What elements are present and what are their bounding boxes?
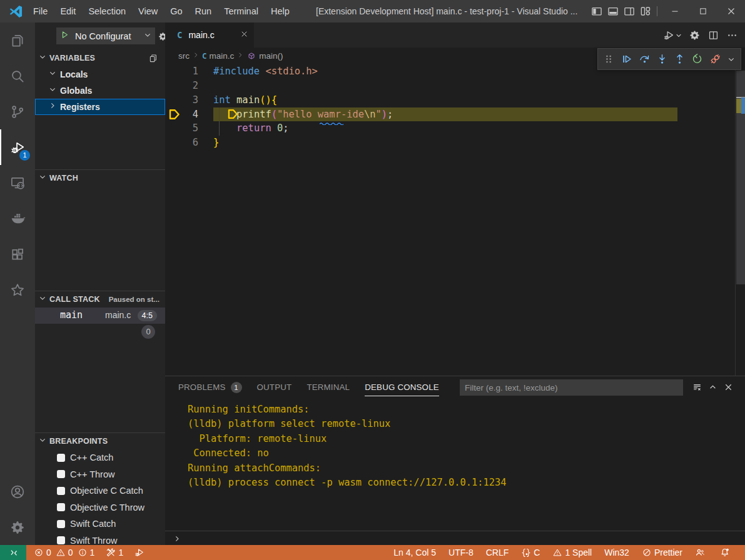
- remote-indicator[interactable]: [0, 545, 26, 560]
- thread-row[interactable]: 0: [35, 324, 165, 340]
- breakpoints-header[interactable]: BREAKPOINTS: [35, 433, 165, 449]
- customize-layout-button[interactable]: [637, 0, 654, 22]
- stack-frame-row[interactable]: main main.c 4:5: [35, 308, 165, 324]
- breakpoint-checkbox[interactable]: [57, 503, 65, 511]
- more-actions-button[interactable]: [722, 22, 741, 48]
- code-line-6[interactable]: 6}: [165, 136, 735, 150]
- close-panel-button[interactable]: [721, 376, 736, 398]
- watch-header[interactable]: WATCH: [35, 170, 165, 186]
- breakpoint-checkbox[interactable]: [57, 520, 65, 528]
- status-problems[interactable]: 001: [26, 548, 94, 558]
- status-feedback[interactable]: [695, 548, 707, 558]
- breakpoint-c-catch[interactable]: C++ Catch: [35, 449, 165, 466]
- console-filter-input[interactable]: [460, 379, 683, 396]
- run-or-debug-button[interactable]: [660, 22, 685, 48]
- status-debug-status[interactable]: [123, 548, 147, 558]
- code-line-2[interactable]: 2: [165, 79, 735, 93]
- tab-main-c[interactable]: C main.c: [165, 22, 254, 48]
- step-out-button[interactable]: [673, 52, 686, 66]
- code-line-3[interactable]: 3int main(){: [165, 93, 735, 108]
- breakpoint-swift-throw[interactable]: Swift Throw: [35, 532, 165, 546]
- toggle-secondary-sidebar-button[interactable]: [621, 0, 637, 22]
- minimize-button[interactable]: [661, 0, 689, 22]
- debug-disconnect-icon: [709, 52, 722, 66]
- code-editor[interactable]: 1#include <stdio.h>23int main(){4 printf…: [165, 64, 735, 376]
- menu-file[interactable]: File: [27, 0, 54, 22]
- breakpoint-swift-catch[interactable]: Swift Catch: [35, 516, 165, 532]
- activity-source-control[interactable]: [0, 94, 35, 129]
- remote-icon: [8, 548, 19, 558]
- menu-run[interactable]: Run: [189, 0, 218, 22]
- activity-accounts[interactable]: [0, 474, 35, 509]
- breakpoint-checkbox[interactable]: [57, 470, 65, 478]
- step-into-button[interactable]: [656, 52, 669, 66]
- close-button[interactable]: [717, 0, 745, 22]
- continue-button[interactable]: [620, 52, 633, 66]
- variables-scope-locals[interactable]: Locals: [35, 66, 165, 82]
- variables-header[interactable]: VARIABLES: [35, 50, 165, 66]
- activity-search[interactable]: [0, 58, 35, 94]
- activity-docker[interactable]: [0, 201, 35, 236]
- breadcrumb-item-src[interactable]: src: [178, 51, 190, 61]
- maximize-panel-button[interactable]: [705, 376, 721, 398]
- activity-remote-explorer[interactable]: [0, 165, 35, 201]
- menu-selection[interactable]: Selection: [82, 0, 132, 22]
- toggle-panel-button[interactable]: [605, 0, 621, 22]
- call-stack-header[interactable]: CALL STACK Paused on st...: [35, 291, 165, 308]
- breakpoint-c-throw[interactable]: C++ Throw: [35, 466, 165, 483]
- variables-scope-registers[interactable]: Registers: [35, 99, 165, 115]
- toggle-primary-sidebar-button[interactable]: [589, 0, 605, 22]
- status-language-mode[interactable]: C: [521, 548, 540, 558]
- status-tools[interactable]: 1: [94, 548, 123, 558]
- status-notifications[interactable]: [720, 548, 732, 558]
- more-button[interactable]: [726, 54, 736, 64]
- split-editor-button[interactable]: [704, 22, 722, 48]
- code-line-4[interactable]: 4 printf("hello wamr-ide\n");: [165, 108, 735, 122]
- open-settings-button[interactable]: [685, 22, 704, 48]
- breadcrumb-item-main[interactable]: main(): [246, 51, 283, 61]
- menu-help[interactable]: Help: [265, 0, 296, 22]
- activity-explorer[interactable]: [0, 22, 35, 58]
- menu-edit[interactable]: Edit: [54, 0, 82, 22]
- status-cursor-position[interactable]: Ln 4, Col 5: [393, 548, 436, 558]
- status-encoding[interactable]: UTF-8: [449, 548, 474, 558]
- breakpoint-checkbox[interactable]: [57, 454, 65, 462]
- restart-button[interactable]: [691, 52, 704, 66]
- status-eol[interactable]: CRLF: [486, 548, 509, 558]
- panel-tab-problems[interactable]: PROBLEMS1: [178, 376, 242, 398]
- debug-console-input[interactable]: [165, 531, 745, 546]
- status-left: 0011: [26, 548, 393, 558]
- step-over-button[interactable]: [638, 52, 651, 66]
- code-line-5[interactable]: 5 return 0;: [165, 121, 735, 136]
- activity-run-and-debug[interactable]: 1: [0, 129, 35, 165]
- editor-scrollbar[interactable]: [735, 49, 745, 376]
- activity-extensions[interactable]: [0, 236, 35, 272]
- status-platform[interactable]: Win32: [604, 548, 629, 558]
- maximize-button[interactable]: [689, 0, 717, 22]
- breakpoint-checkbox[interactable]: [57, 487, 65, 495]
- menu-view[interactable]: View: [132, 0, 164, 22]
- gripper-button[interactable]: [602, 52, 616, 66]
- panel-tab-output[interactable]: OUTPUT: [257, 376, 292, 398]
- menu-go[interactable]: Go: [164, 0, 188, 22]
- tab-close-icon[interactable]: [240, 29, 249, 41]
- disconnect-button[interactable]: [709, 52, 722, 66]
- slash-circle-icon: [642, 548, 652, 558]
- variables-scope-globals[interactable]: Globals: [35, 82, 165, 99]
- menu-terminal[interactable]: Terminal: [218, 0, 265, 22]
- breadcrumb-item-mainc[interactable]: Cmain.c: [202, 51, 234, 61]
- debug-configure-gear-icon[interactable]: [158, 31, 165, 44]
- status-prettier[interactable]: Prettier: [642, 548, 682, 558]
- activity-settings[interactable]: [0, 509, 35, 545]
- activity-wamr-ide[interactable]: [0, 272, 35, 308]
- breakpoint-checkbox[interactable]: [57, 536, 65, 544]
- copy-value-icon[interactable]: [148, 53, 158, 66]
- panel-tab-debug-console[interactable]: DEBUG CONSOLE: [365, 376, 439, 398]
- breakpoint-objective-c-catch[interactable]: Objective C Catch: [35, 482, 165, 499]
- status-spell[interactable]: 1 Spell: [552, 548, 592, 558]
- panel-tab-terminal[interactable]: TERMINAL: [307, 376, 350, 398]
- breakpoint-objective-c-throw[interactable]: Objective C Throw: [35, 499, 165, 516]
- debug-start-icon[interactable]: [59, 29, 70, 43]
- clear-console-button[interactable]: [689, 376, 705, 398]
- debug-config-dropdown[interactable]: No Configurat: [56, 28, 155, 44]
